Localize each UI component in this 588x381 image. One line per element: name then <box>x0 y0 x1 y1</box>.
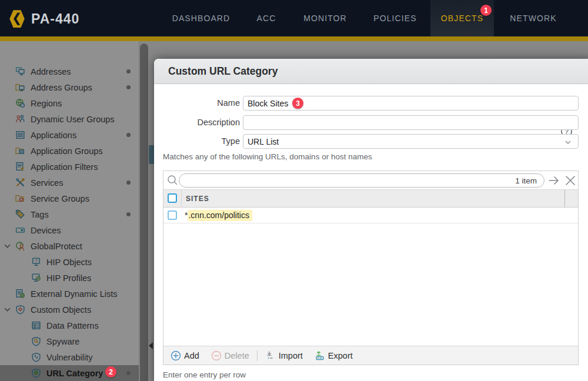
export-icon <box>315 350 325 361</box>
dialog-title: Custom URL Category <box>168 65 278 78</box>
add-icon <box>171 350 181 361</box>
row-checkbox[interactable] <box>168 210 177 220</box>
step-badge-3: 3 <box>292 98 303 109</box>
search-icon <box>166 174 179 186</box>
toolbar-divider <box>257 350 258 361</box>
table-empty-space <box>163 223 578 347</box>
device-model-name: PA-440 <box>31 11 79 27</box>
tab-monitor[interactable]: MONITOR <box>293 0 358 36</box>
export-button-label: Export <box>328 351 353 360</box>
description-field[interactable] <box>243 115 579 130</box>
sites-table-widget: 1 item SITES *.cnn.com/politics <box>163 171 579 365</box>
screen: PA-440 DASHBOARD ACC MONITOR POLICIES OB… <box>0 0 588 381</box>
column-divider <box>181 190 182 208</box>
delete-button-label: Delete <box>225 351 249 360</box>
table-row[interactable]: *.cnn.com/politics <box>163 208 578 223</box>
type-label: Type <box>154 136 240 146</box>
type-select-value: URL List <box>248 137 279 146</box>
clear-filter-icon[interactable] <box>564 174 577 187</box>
column-divider <box>564 190 565 208</box>
chevron-down-icon <box>564 138 572 146</box>
delete-button[interactable]: Delete <box>207 350 253 361</box>
tab-dashboard[interactable]: DASHBOARD <box>162 0 241 36</box>
sites-column-header: SITES <box>186 195 209 203</box>
matches-hint: Matches any of the following URLs, domai… <box>163 152 372 161</box>
tab-network[interactable]: NETWORK <box>499 0 567 36</box>
filter-input[interactable] <box>186 176 515 185</box>
import-button[interactable]: Import <box>261 350 307 361</box>
tab-device[interactable]: DEVICE <box>578 0 588 36</box>
accent-stripe <box>0 36 588 41</box>
import-button-label: Import <box>279 351 303 360</box>
add-button-label: Add <box>184 351 199 360</box>
brand-logo: PA-440 <box>8 9 79 29</box>
import-icon <box>265 350 276 361</box>
name-label: Name <box>154 98 240 108</box>
apply-filter-arrow-icon[interactable] <box>547 174 560 187</box>
type-select[interactable]: URL List <box>243 134 579 149</box>
site-entry[interactable]: *.cnn.com/politics <box>185 210 252 220</box>
export-button[interactable]: Export <box>310 350 357 361</box>
item-count: 1 item <box>515 176 537 185</box>
table-header-row: SITES <box>163 190 578 208</box>
description-label: Description <box>154 118 240 127</box>
paloalto-logo-icon <box>8 9 26 29</box>
tab-policies[interactable]: POLICIES <box>363 0 427 36</box>
search-pill: 1 item <box>179 173 544 188</box>
table-search-row: 1 item <box>163 171 578 190</box>
site-highlighted-text: .cnn.com/politics <box>188 210 252 221</box>
tab-acc[interactable]: ACC <box>246 0 287 36</box>
delete-icon <box>211 350 222 361</box>
dialog-header: Custom URL Category <box>154 59 588 84</box>
table-toolbar: Add Delete Import Export <box>163 346 578 365</box>
top-navigation-bar: PA-440 DASHBOARD ACC MONITOR POLICIES OB… <box>0 0 588 36</box>
custom-url-category-dialog: Custom URL Category ? Name 3 Description… <box>154 59 588 381</box>
step-badge-2: 2 <box>105 366 116 377</box>
select-all-checkbox[interactable] <box>168 193 177 203</box>
step-badge-1: 1 <box>480 5 492 16</box>
add-button[interactable]: Add <box>166 350 203 361</box>
footer-hint: Enter one entry per row <box>163 370 246 379</box>
